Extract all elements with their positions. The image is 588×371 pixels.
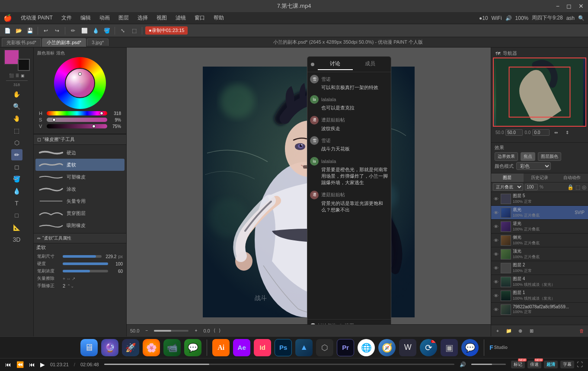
canvas-nav-prev[interactable]: ⟨: [214, 328, 215, 333]
tool-3d[interactable]: 3D: [11, 234, 22, 245]
tool-hand[interactable]: 🤚: [11, 113, 22, 124]
brush-item-hard[interactable]: 硬边: [35, 147, 125, 159]
dock-messenger[interactable]: 💬: [461, 339, 479, 356]
focus-effect-btn[interactable]: 焦点: [521, 152, 535, 161]
volume-icon[interactable]: 🔊: [460, 361, 466, 368]
toolbar-eyedrop[interactable]: 💧: [91, 26, 100, 35]
minimize-button[interactable]: −: [556, 3, 559, 10]
layer-item-3[interactable]: 👁 侧光 100% 正片叠底: [491, 233, 588, 247]
vector-erase-icons[interactable]: + ↔ ↗: [63, 276, 75, 281]
copy-layer-btn[interactable]: ⊕: [515, 326, 525, 336]
tool-ruler[interactable]: 📐: [11, 222, 22, 233]
layer-item-7[interactable]: 👁 图层 1 100% 线性减淡（发光）: [491, 289, 588, 303]
density-slider[interactable]: [63, 270, 108, 272]
menu-file[interactable]: 文件: [58, 13, 75, 22]
nav-flip-h[interactable]: ⇔: [551, 128, 561, 137]
dock-ai[interactable]: Ai: [212, 339, 230, 356]
layer-vis-1[interactable]: 👁: [493, 210, 499, 216]
tool-zoom[interactable]: 🔍: [11, 101, 22, 112]
nav-flip-v[interactable]: ⇕: [562, 128, 572, 137]
volume-slider[interactable]: [471, 364, 506, 365]
layer-vis-3[interactable]: 👁: [493, 237, 499, 243]
window-controls[interactable]: − ◻ ✕: [556, 3, 584, 10]
layer-item-1[interactable]: 👁 底光 100% 正片叠底 SVIP: [491, 206, 588, 220]
dock-screenshot[interactable]: ▣: [441, 339, 458, 356]
dock-siri[interactable]: 🔮: [101, 339, 118, 356]
dock-wechat[interactable]: 💬: [184, 339, 201, 356]
subtitles-btn[interactable]: 字幕: [560, 361, 574, 368]
dock-sphere[interactable]: ⬡: [316, 339, 333, 356]
tab-3[interactable]: 3.jpg*: [87, 38, 109, 46]
menu-select[interactable]: 选择: [134, 13, 151, 22]
dock-facetime[interactable]: 📹: [163, 339, 181, 356]
brush-item-erase[interactable]: 涂改: [35, 183, 125, 195]
layer-tab-history[interactable]: 历史记录: [524, 173, 556, 182]
layer-item-8[interactable]: 👁 79822ad078af2a8c9f5a559... 100% 正常: [491, 303, 588, 317]
tool-select-lasso[interactable]: ⬡: [11, 137, 22, 148]
app-name-menu[interactable]: 优动漫 PAINT: [17, 13, 56, 22]
color-picker-handle[interactable]: [78, 72, 82, 76]
color-mode-select[interactable]: 彩色: [516, 162, 551, 170]
layer-vis-7[interactable]: 👁: [493, 293, 499, 299]
layer-color-btn[interactable]: 图层颜色: [538, 152, 561, 161]
toolbar-transform[interactable]: ⤡: [118, 26, 128, 35]
menu-layer[interactable]: 图层: [115, 13, 132, 22]
tool-brush[interactable]: ✏: [11, 149, 22, 160]
size-slider[interactable]: [63, 255, 102, 258]
nav-zoom-input[interactable]: [505, 129, 523, 136]
toolbar-eraser[interactable]: ⬜: [80, 26, 89, 35]
dock-id[interactable]: Id: [254, 339, 271, 356]
dock-wallet[interactable]: W: [399, 339, 416, 356]
hardness-slider[interactable]: [63, 262, 108, 265]
delete-layer-btn[interactable]: 🗑: [577, 326, 586, 336]
color-swatch-area[interactable]: [4, 49, 30, 71]
hue-slider[interactable]: [47, 111, 107, 115]
color-wheel[interactable]: [54, 57, 106, 109]
menu-filter[interactable]: 滤镜: [172, 13, 189, 22]
layer-item-2[interactable]: 👁 逆光 100% 正片叠底: [491, 220, 588, 233]
dock-pr[interactable]: Pr: [337, 339, 354, 356]
toolbar-fill[interactable]: 🪣: [102, 26, 112, 35]
layer-item-5[interactable]: 👁 图层 2 100% 正常: [491, 261, 588, 275]
back-btn[interactable]: ⏮: [29, 361, 35, 368]
opacity-input[interactable]: [525, 184, 538, 190]
prev-frame-btn[interactable]: ⏪: [16, 361, 24, 368]
dock-ps[interactable]: Ps: [275, 339, 292, 356]
toolbar-new[interactable]: 📄: [3, 26, 12, 35]
toolbar-brush[interactable]: ✏: [68, 26, 78, 35]
layer-vis-0[interactable]: 👁: [493, 196, 499, 202]
nav-rotate-input[interactable]: [532, 129, 550, 136]
toolbar-save[interactable]: 💾: [25, 26, 35, 35]
tool-fill[interactable]: 🪣: [11, 173, 22, 185]
layer-item-0[interactable]: 👁 图层 5 100% 正常: [491, 192, 588, 206]
folder-layer-btn[interactable]: 📁: [504, 326, 514, 336]
toolbar-open[interactable]: 📂: [14, 26, 23, 35]
speed-btn[interactable]: 倍速: [527, 361, 541, 368]
val-thumb[interactable]: [92, 125, 96, 128]
tool-eraser[interactable]: ◻: [11, 161, 22, 173]
brush-item-through[interactable]: 贯穿图层: [35, 207, 125, 219]
tab-2[interactable]: 小兰的副本.psd*: [42, 38, 86, 47]
sat-thumb[interactable]: [52, 118, 56, 122]
toolbar-redo[interactable]: ↪: [52, 26, 62, 35]
zoom-slider[interactable]: [154, 330, 189, 332]
dock-ae[interactable]: Ae: [233, 339, 250, 356]
zoom-minus[interactable]: −: [143, 327, 150, 335]
border-effect-btn[interactable]: 边界效果: [495, 152, 518, 161]
brush-item-absorb[interactable]: 吸附橡皮: [35, 219, 125, 231]
menu-window[interactable]: 窗口: [191, 13, 208, 22]
dock-photos[interactable]: 🌸: [143, 339, 160, 356]
tool-shape[interactable]: □: [11, 210, 22, 221]
fullscreen-btn[interactable]: ⛶: [577, 361, 583, 368]
layer-item-6[interactable]: 👁 图层 4 100% 线性减淡（发光）: [491, 275, 588, 289]
zoom-plus[interactable]: +: [192, 327, 200, 335]
progress-bar[interactable]: [104, 364, 454, 365]
quality-btn[interactable]: 超清: [544, 361, 558, 368]
dock-chrome[interactable]: 🌐: [358, 339, 375, 356]
correction-stepper[interactable]: ⌃⌄: [67, 284, 74, 288]
canvas-nav-next[interactable]: ⟩: [219, 328, 220, 333]
brush-item-soft[interactable]: 柔软: [35, 159, 125, 171]
layer-tab-layers[interactable]: 图层: [491, 173, 524, 182]
merge-layer-btn[interactable]: ⊞: [527, 326, 536, 336]
toolbar-undo[interactable]: ↩: [41, 26, 51, 35]
